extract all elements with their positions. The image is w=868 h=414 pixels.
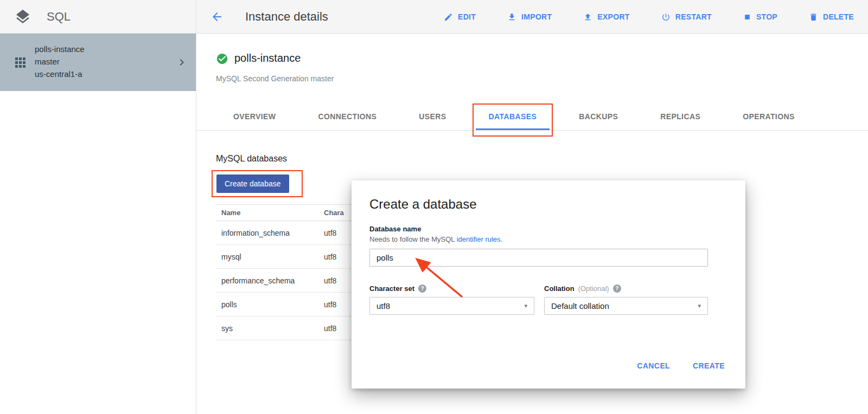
identifier-rules-link[interactable]: identifier rules: [457, 235, 501, 243]
page-title: Instance details: [245, 0, 328, 34]
instance-tabs: OVERVIEW CONNECTIONS USERS DATABASES BAC…: [233, 103, 795, 130]
sidebar-instance-item[interactable]: polls-instance master us-central1-a: [0, 34, 196, 91]
export-icon: [583, 12, 592, 22]
sidebar-instance-text: polls-instance master us-central1-a: [35, 43, 85, 80]
section-title: MySQL databases: [216, 154, 287, 164]
tab-users[interactable]: USERS: [419, 103, 446, 130]
product-brand: SQL: [14, 0, 71, 34]
pencil-icon: [444, 12, 453, 22]
tab-replicas[interactable]: REPLICAS: [660, 103, 700, 130]
charset-select[interactable]: utf8 ▾: [369, 297, 534, 315]
create-database-dialog: Create a database Database name Needs to…: [352, 180, 745, 389]
cancel-button[interactable]: CANCEL: [637, 361, 670, 370]
collation-select[interactable]: Default collation ▾: [544, 297, 708, 315]
tab-backups[interactable]: BACKUPS: [579, 103, 618, 130]
database-name-help-text: Needs to follow the MySQL identifier rul…: [369, 235, 502, 243]
chevron-right-icon: [175, 56, 188, 69]
tab-overview[interactable]: OVERVIEW: [233, 103, 276, 130]
tab-operations[interactable]: OPERATIONS: [743, 103, 795, 130]
database-name-label: Database name: [369, 225, 421, 233]
sidebar-divider: [196, 0, 196, 414]
product-name: SQL: [47, 10, 71, 24]
export-button[interactable]: EXPORT: [583, 12, 629, 22]
active-tab-underline: [476, 128, 550, 130]
collation-label: Collation: [544, 284, 575, 293]
delete-icon: [809, 12, 818, 22]
grid-icon: [15, 57, 25, 68]
restart-icon: [661, 12, 671, 22]
create-database-button[interactable]: Create database: [216, 174, 289, 193]
dialog-actions: CANCEL CREATE: [637, 361, 725, 370]
tab-databases[interactable]: DATABASES: [489, 103, 537, 130]
tabs-divider: [196, 130, 868, 131]
stop-button[interactable]: STOP: [743, 12, 777, 21]
collation-help-icon[interactable]: ?: [613, 284, 621, 293]
import-icon: [507, 12, 516, 22]
column-header-name: Name: [216, 209, 324, 217]
stop-icon: [743, 13, 751, 21]
instance-subtitle: MySQL Second Generation master: [216, 74, 334, 83]
collation-optional-label: (Optional): [578, 284, 609, 293]
chevron-down-icon: ▾: [698, 302, 701, 309]
cloud-sql-logo-icon: [14, 8, 31, 25]
sidebar: polls-instance master us-central1-a: [0, 34, 196, 414]
restart-button[interactable]: RESTART: [661, 12, 712, 22]
collation-label-row: Collation (Optional) ?: [544, 284, 621, 293]
instance-name-heading: polls-instance: [234, 52, 301, 64]
edit-button[interactable]: EDIT: [444, 12, 476, 22]
tab-connections[interactable]: CONNECTIONS: [318, 103, 376, 130]
chevron-down-icon: ▾: [524, 302, 527, 309]
dialog-create-button[interactable]: CREATE: [693, 361, 725, 370]
dialog-title: Create a database: [369, 197, 476, 212]
charset-label-row: Character set ?: [369, 284, 426, 293]
sidebar-instance-zone: us-central1-a: [35, 68, 85, 80]
status-check-circle-icon: [216, 53, 228, 65]
back-arrow-icon[interactable]: [210, 10, 224, 23]
database-name-input[interactable]: [369, 249, 708, 267]
charset-label: Character set: [369, 284, 414, 293]
header-actions: EDIT IMPORT EXPORT RESTART STOP DELETE: [444, 0, 854, 34]
sidebar-instance-name: polls-instance: [35, 43, 85, 55]
import-button[interactable]: IMPORT: [507, 12, 552, 22]
charset-help-icon[interactable]: ?: [418, 284, 426, 293]
sidebar-instance-role: master: [35, 55, 85, 68]
delete-button[interactable]: DELETE: [809, 12, 854, 22]
